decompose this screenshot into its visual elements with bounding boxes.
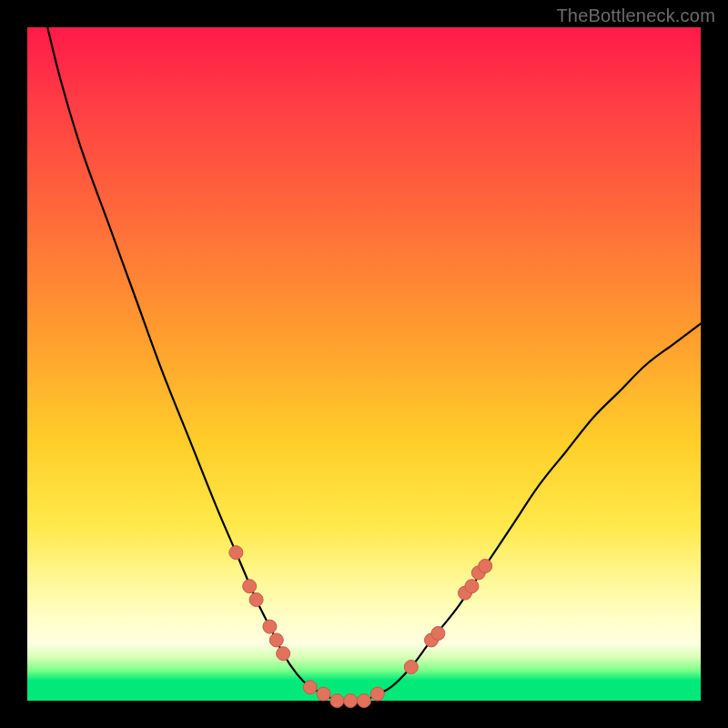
curve-marker: [317, 687, 330, 701]
curve-marker: [277, 647, 290, 661]
curve-marker: [465, 580, 479, 593]
curve-marker: [370, 687, 384, 701]
bottleneck-curve: [47, 27, 701, 702]
curve-marker: [269, 633, 283, 647]
curve-marker: [404, 661, 418, 674]
curve-markers: [229, 546, 492, 708]
curve-layer: [27, 27, 701, 701]
curve-marker: [344, 694, 358, 708]
curve-marker: [303, 681, 317, 694]
curve-marker: [431, 627, 445, 641]
curve-marker: [358, 694, 371, 708]
curve-marker: [243, 580, 257, 593]
curve-marker: [330, 694, 344, 708]
chart-frame: TheBottleneck.com: [0, 0, 728, 728]
curve-marker: [479, 560, 492, 573]
curve-marker: [229, 546, 243, 560]
curve-marker: [263, 620, 277, 633]
plot-area: [27, 27, 701, 701]
watermark-text: TheBottleneck.com: [556, 5, 715, 26]
curve-marker: [249, 593, 263, 607]
